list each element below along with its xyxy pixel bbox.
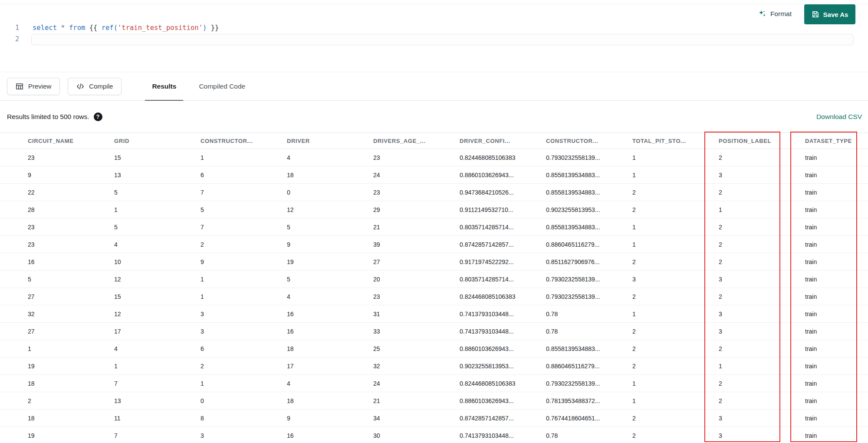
column-header: CIRCUIT_NAME [28,138,114,144]
save-as-button[interactable]: Save As [804,4,855,24]
table-cell: 1 [632,311,719,317]
table-cell: 10 [114,258,201,265]
table-cell: 27 [28,328,114,335]
table-cell: 3 [201,311,287,317]
table-cell: 2 [632,363,719,370]
jinja-ref-function: ref( [102,24,118,32]
table-cell: 0.8558139534883... [546,172,632,179]
table-cell: 32 [373,363,460,370]
table-body: 231514230.8244680851063830.7930232558139… [0,149,868,443]
table-cell: 2 [719,258,805,265]
preview-button[interactable]: Preview [7,78,60,95]
table-row: 18714240.8244680851063830.7930232558139.… [0,375,868,392]
table-header-row: CIRCUIT_NAMEGRIDCONSTRUCTOR...DRIVERDRIV… [0,132,868,149]
table-cell: 1 [632,224,719,231]
table-cell: 4 [114,241,201,248]
table-cell: 0.8860103626943... [460,172,546,179]
table-cell: 18 [287,345,373,352]
format-button[interactable]: Format [758,10,792,18]
table-cell: 33 [373,328,460,335]
table-row: 231514230.8244680851063830.7930232558139… [0,149,868,166]
table-cell: 2 [632,345,719,352]
table-cell: train [805,397,868,404]
table-cell: 21 [373,224,460,231]
table-cell: 12 [114,311,201,317]
table-cell: 2 [201,363,287,370]
table-row: 2717316330.7413793103448...0.7823train [0,323,868,340]
table-cell: 3 [719,172,805,179]
column-header: POSITION_LABEL [719,138,805,144]
table-cell: 16 [287,432,373,439]
table-cell: 2 [632,258,719,265]
table-cell: 1 [114,363,201,370]
table-cell: 0.9112149532710... [460,206,546,213]
help-icon[interactable]: ? [94,112,102,121]
tab-results[interactable]: Results [141,72,187,101]
table-cell: 0.8860103626943... [460,345,546,352]
table-cell: train [805,206,868,213]
table-cell: 23 [373,154,460,161]
table-cell: train [805,241,868,248]
table-cell: 18 [28,380,114,387]
table-cell: 18 [28,415,114,422]
table-cell: 0.8558139534883... [546,224,632,231]
table-cell: 0.78 [546,311,632,317]
table-cell: 19 [28,363,114,370]
table-cell: 17 [114,328,201,335]
table-cell: 6 [201,172,287,179]
table-cell: 1 [719,363,805,370]
table-cell: 0.9023255813953... [460,363,546,370]
table-cell: 2 [719,241,805,248]
table-cell: 0.7930232558139... [546,380,632,387]
save-icon [812,10,819,18]
table-row: 23575210.8035714285714...0.8558139534883… [0,218,868,236]
table-cell: 23 [373,293,460,300]
table-cell: 0.8860103626943... [460,397,546,404]
tab-compiled-code[interactable]: Compiled Code [187,72,256,101]
table-cell: 4 [287,154,373,161]
jinja-close-paren: ) [203,24,207,32]
table-cell: 23 [28,241,114,248]
sql-editor[interactable]: 1 2 select * from {{ ref('train_test_pos… [0,4,868,72]
table-cell: 34 [373,415,460,422]
table-cell: 2 [632,293,719,300]
table-cell: 27 [373,258,460,265]
table-cell: train [805,189,868,196]
table-cell: 3 [719,415,805,422]
compile-button[interactable]: Compile [68,78,122,95]
table-cell: 0.9473684210526... [460,189,546,196]
code-icon [76,83,84,90]
table-cell: 0.8035714285714... [460,276,546,283]
table-cell: 12 [287,206,373,213]
table-cell: 11 [114,415,201,422]
code-line-1: select * from {{ ref('train_test_positio… [33,22,219,33]
table-cell: 7 [114,380,201,387]
jinja-close-braces: }} [207,24,219,32]
table-cell: 30 [373,432,460,439]
table-cell: 5 [114,189,201,196]
table-row: 181189340.8742857142857...0.767441860465… [0,410,868,427]
table-cell: train [805,258,868,265]
table-cell: 2 [632,415,719,422]
table-cell: 1 [632,241,719,248]
table-cell: 13 [114,172,201,179]
results-tabs: Results Compiled Code [141,72,256,101]
table-row: 281512290.9112149532710...0.902325581395… [0,201,868,218]
table-cell: train [805,432,868,439]
table-cell: 32 [28,311,114,317]
download-csv-link[interactable]: Download CSV [816,113,862,121]
table-cell: 20 [373,276,460,283]
table-cell: 12 [114,276,201,283]
table-cell: 0.8742857142857... [460,241,546,248]
table-cell: 1 [201,380,287,387]
column-header: GRID [114,138,201,144]
table-cell: 0.8511627906976... [546,258,632,265]
table-cell: 4 [114,345,201,352]
table-cell: 24 [373,380,460,387]
table-row: 23429390.8742857142857...0.8860465116279… [0,236,868,253]
sql-keyword: select [33,24,61,32]
column-header: DRIVER_CONFI... [460,138,546,144]
table-cell: 23 [28,224,114,231]
column-header: CONSTRUCTOR... [201,138,287,144]
table-cell: 3 [719,311,805,317]
